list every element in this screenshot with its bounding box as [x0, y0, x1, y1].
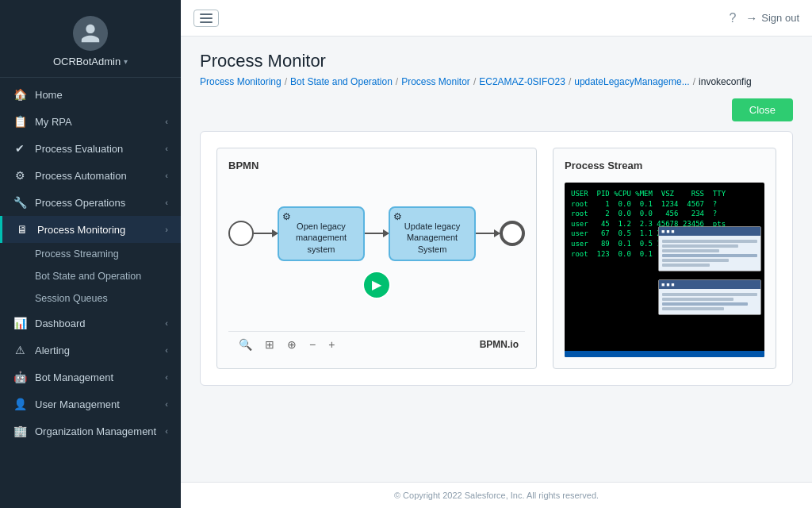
signout-icon: → — [745, 11, 757, 25]
fake-window-2-row-1 — [662, 293, 757, 296]
play-button[interactable]: ▶ — [362, 271, 391, 299]
footer: © Copyright 2022 Salesforce, Inc. All ri… — [181, 482, 812, 508]
hamburger-line-2 — [200, 17, 213, 19]
breadcrumb-bot-state[interactable]: Bot State and Operation — [290, 76, 393, 87]
close-button[interactable]: Close — [732, 98, 793, 121]
bpmn-zoom-in-button[interactable]: + — [324, 337, 339, 352]
sidebar-sub-item-process-streaming[interactable]: Process Streaming — [0, 243, 181, 265]
footer-copyright: © Copyright 2022 Salesforce, Inc. All ri… — [394, 491, 599, 500]
bpmn-task-1-icon: ⚙ — [282, 211, 291, 222]
fake-window-2: ■ ■ ■ — [658, 279, 761, 315]
process-automation-label: Process Automation — [35, 170, 157, 182]
hamburger-line-1 — [200, 13, 213, 15]
process-evaluation-icon: ✔ — [13, 142, 27, 155]
alerting-arrow: ‹ — [165, 345, 168, 355]
process-monitoring-arrow: › — [165, 225, 168, 234]
user-profile[interactable]: OCRBotAdmin ▾ — [0, 0, 181, 78]
process-streaming-sub-label: Process Streaming — [35, 248, 119, 260]
sidebar-item-organization-management[interactable]: 🏢 Organization Management ‹ — [0, 418, 181, 444]
bpmn-task-2[interactable]: ⚙ Update legacy Management System — [389, 206, 476, 261]
process-evaluation-arrow: ‹ — [165, 144, 168, 153]
fake-window-1: ■ ■ ■ — [658, 226, 761, 271]
bpmn-diagram-wrapper: ⚙ Open legacy management system ⚙ Update… — [228, 183, 525, 355]
bpmn-arrow-1 — [254, 233, 278, 234]
organization-management-icon: 🏢 — [13, 425, 27, 437]
organization-management-label: Organization Management — [35, 425, 157, 437]
sidebar-item-process-automation[interactable]: ⚙ Process Automation ‹ — [0, 162, 181, 189]
bot-management-arrow: ‹ — [165, 372, 168, 382]
breadcrumb-update-legacy[interactable]: updateLegacyManageme... — [574, 76, 689, 87]
user-management-label: User Management — [35, 398, 157, 410]
bpmn-logo: BPMN.io — [480, 339, 519, 350]
process-operations-icon: 🔧 — [13, 196, 27, 209]
my-rpa-icon: 📋 — [13, 115, 27, 128]
breadcrumb-sep-2: / — [396, 76, 398, 87]
topbar: ? → Sign out — [181, 0, 812, 37]
process-automation-arrow: ‹ — [165, 171, 168, 180]
bpmn-layout-button[interactable]: ⊞ — [261, 337, 278, 352]
fake-window-2-title: ■ ■ ■ — [659, 280, 760, 289]
process-automation-icon: ⚙ — [13, 169, 27, 182]
sidebar-item-bot-management[interactable]: 🤖 Bot Management ‹ — [0, 364, 181, 391]
user-name-label[interactable]: OCRBotAdmin ▾ — [53, 56, 128, 67]
bpmn-arrow-2 — [365, 233, 389, 234]
bpmn-settings-button[interactable]: ⊕ — [283, 337, 301, 352]
bpmn-search-button[interactable]: 🔍 — [235, 337, 256, 352]
fake-window-1-row-6 — [662, 264, 710, 267]
fake-window-1-row-1 — [662, 240, 757, 243]
user-dropdown-caret: ▾ — [124, 57, 128, 66]
sidebar: OCRBotAdmin ▾ 🏠 Home 📋 My RPA ‹ ✔ Proces… — [0, 0, 181, 508]
bpmn-task-1[interactable]: ⚙ Open legacy management system — [278, 206, 365, 261]
fake-window-2-body — [659, 289, 760, 314]
sidebar-item-process-operations[interactable]: 🔧 Process Operations ‹ — [0, 189, 181, 216]
breadcrumb-sep-4: / — [569, 76, 571, 87]
fake-window-title-text: ■ ■ ■ — [661, 229, 675, 234]
hamburger-line-3 — [200, 21, 213, 23]
fake-window-1-title: ■ ■ ■ — [659, 227, 760, 236]
bpmn-task-2-label: Update legacy Management System — [396, 221, 468, 255]
sidebar-sub-item-session-queues[interactable]: Session Queues — [0, 287, 181, 310]
breadcrumb-process-monitoring[interactable]: Process Monitoring — [200, 76, 282, 87]
terminal-blue-bar — [565, 351, 764, 357]
sidebar-item-process-monitoring[interactable]: 🖥 Process Monitoring › — [0, 216, 181, 243]
dashboard-label: Dashboard — [35, 318, 157, 329]
alerting-label: Alerting — [35, 344, 157, 356]
bpmn-start-event — [228, 221, 254, 246]
process-monitoring-label: Process Monitoring — [37, 224, 157, 236]
user-icon — [79, 22, 102, 44]
sidebar-item-process-evaluation[interactable]: ✔ Process Evaluation ‹ — [0, 135, 181, 162]
home-icon: 🏠 — [13, 88, 27, 101]
dashboard-icon: 📊 — [13, 317, 27, 329]
sidebar-item-dashboard[interactable]: 📊 Dashboard ‹ — [0, 310, 181, 337]
main-area: ? → Sign out Process Monitor Process Mon… — [181, 0, 812, 508]
breadcrumb-process-monitor[interactable]: Process Monitor — [401, 76, 470, 87]
help-button[interactable]: ? — [729, 11, 736, 25]
process-monitoring-icon: 🖥 — [15, 223, 29, 236]
breadcrumb-sep-1: / — [285, 76, 287, 87]
organization-management-arrow: ‹ — [165, 426, 168, 436]
breadcrumb-sep-3: / — [473, 76, 476, 87]
bpmn-row: ⚙ Open legacy management system ⚙ Update… — [228, 206, 525, 261]
bpmn-zoom-out-button[interactable]: − — [305, 337, 320, 352]
play-button-wrapper: ▶ — [362, 271, 391, 299]
fake-window-1-row-2 — [662, 244, 738, 248]
home-label: Home — [35, 89, 168, 101]
stream-title: Process Stream — [565, 160, 764, 171]
bpmn-end-event — [500, 221, 525, 246]
breadcrumb-ec2[interactable]: EC2AMAZ-0SIFO23 — [479, 76, 565, 87]
process-evaluation-label: Process Evaluation — [35, 143, 157, 155]
stream-section: Process Stream USER PID %CPU %MEM VSZ RS… — [553, 148, 776, 369]
sidebar-item-user-management[interactable]: 👤 User Management ‹ — [0, 391, 181, 418]
bpmn-arrowhead-3 — [494, 229, 500, 237]
menu-toggle-button[interactable] — [193, 10, 219, 27]
sidebar-item-alerting[interactable]: ⚠ Alerting ‹ — [0, 337, 181, 364]
my-rpa-label: My RPA — [35, 116, 157, 128]
signout-button[interactable]: → Sign out — [745, 11, 799, 25]
sidebar-item-my-rpa[interactable]: 📋 My RPA ‹ — [0, 108, 181, 135]
sidebar-item-home[interactable]: 🏠 Home — [0, 81, 181, 108]
user-display-name: OCRBotAdmin — [53, 56, 121, 67]
monitor-panel: BPMN ⚙ Open legacy management system — [200, 131, 793, 386]
sidebar-sub-item-bot-state-operation[interactable]: Bot State and Operation — [0, 265, 181, 287]
content-area: Process Monitor Process Monitoring / Bot… — [181, 37, 812, 482]
bot-management-label: Bot Management — [35, 371, 157, 383]
